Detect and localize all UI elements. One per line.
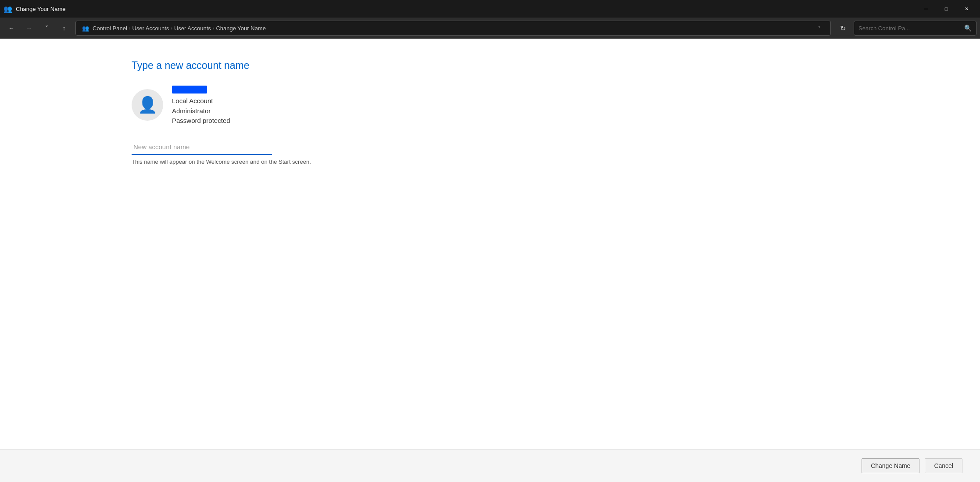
history-dropdown-button[interactable]: ˅ [39,20,54,36]
close-button[interactable]: ✕ [956,2,976,16]
input-section: This name will appear on the Welcome scr… [132,140,980,165]
user-icon: 👤 [138,96,157,114]
address-dropdown-button[interactable]: ˅ [813,21,825,36]
breadcrumb-change-your-name: Change Your Name [216,25,265,32]
account-section: 👤 Local Account Administrator Password p… [132,86,980,126]
account-name-input[interactable] [132,140,272,155]
breadcrumb-separator-1: › [129,25,131,31]
window-icon: 👥 [4,4,12,13]
cancel-button[interactable]: Cancel [925,458,962,473]
search-icon: 🔍 [964,25,972,32]
account-info: Local Account Administrator Password pro… [172,86,230,126]
up-button[interactable]: ↑ [56,20,72,36]
hint-text: This name will appear on the Welcome scr… [132,158,980,165]
content-body: Type a new account name 👤 Local Account … [0,39,980,435]
account-type: Local Account Administrator Password pro… [172,96,230,126]
main-content: Type a new account name 👤 Local Account … [0,39,980,482]
title-bar: 👥 Change Your Name ─ □ ✕ [0,0,980,18]
home-icon: 👥 [81,24,90,32]
back-button[interactable]: ← [4,20,19,36]
actions-bar: Change Name Cancel [0,450,980,482]
page-title: Type a new account name [132,60,980,72]
avatar: 👤 [132,89,163,121]
breadcrumb-user-accounts-1[interactable]: User Accounts [132,25,169,32]
maximize-button[interactable]: □ [936,2,956,16]
address-bar[interactable]: 👥 Control Panel › User Accounts › User A… [75,21,831,36]
change-name-button[interactable]: Change Name [862,458,919,473]
breadcrumb-control-panel[interactable]: Control Panel [93,25,127,32]
window-title: Change Your Name [16,6,916,12]
minimize-button[interactable]: ─ [916,2,936,16]
breadcrumb-separator-3: › [213,25,215,31]
navigation-bar: ← → ˅ ↑ 👥 Control Panel › User Accounts … [0,18,980,39]
window-controls: ─ □ ✕ [916,2,976,16]
breadcrumb-separator-2: › [171,25,172,31]
search-box[interactable]: 🔍 [854,21,976,36]
breadcrumb: Control Panel › User Accounts › User Acc… [93,25,813,32]
forward-button[interactable]: → [21,20,37,36]
refresh-button[interactable]: ↻ [835,21,850,36]
breadcrumb-user-accounts-2[interactable]: User Accounts [174,25,211,32]
search-input[interactable] [858,25,964,32]
redacted-username [172,86,207,94]
